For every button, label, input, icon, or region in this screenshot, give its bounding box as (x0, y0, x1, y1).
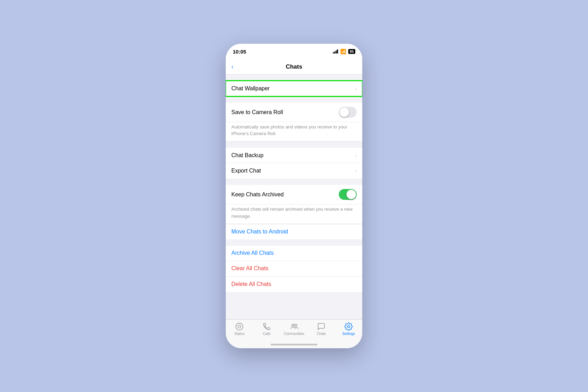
camera-roll-description: Automatically save photos and videos you… (231, 124, 347, 136)
toggle-knob-archived (346, 190, 356, 199)
section-spacer-3 (226, 141, 362, 148)
section-spacer-5 (226, 239, 362, 246)
svg-point-2 (292, 324, 294, 326)
signal-icon (333, 49, 338, 54)
camera-roll-toggle[interactable] (339, 107, 357, 118)
archive-all-chats-item[interactable]: Archive All Chats (226, 246, 362, 261)
svg-point-0 (236, 323, 243, 330)
tab-settings-label: Settings (342, 332, 355, 336)
chats-icon (317, 322, 326, 331)
status-icons: 📶 95 (333, 49, 355, 54)
home-indicator (271, 344, 317, 345)
battery-indicator: 95 (348, 49, 355, 54)
chevron-right-icon-backup: › (355, 153, 357, 158)
tab-calls-label: Calls (263, 332, 271, 336)
keep-archived-section: Keep Chats Archived Archived chats will … (226, 185, 362, 239)
tab-status[interactable]: Status (226, 322, 253, 336)
chat-wallpaper-item[interactable]: Chat Wallpaper › (226, 81, 362, 96)
camera-roll-section: Save to Camera Roll Automatically save p… (226, 103, 362, 141)
chat-backup-label: Chat Backup (231, 152, 264, 159)
move-to-android-label: Move Chats to Android (231, 229, 288, 235)
tab-chats[interactable]: Chats (308, 322, 335, 336)
clear-all-chats-item[interactable]: Clear All Chats (226, 261, 362, 276)
communities-icon (290, 322, 298, 331)
export-chat-item[interactable]: Export Chat › (226, 163, 362, 178)
keep-archived-description-row: Archived chats will remain archived when… (226, 204, 362, 224)
tab-communities[interactable]: Communities (280, 322, 308, 336)
tab-calls[interactable]: Calls (253, 322, 280, 336)
section-spacer-2 (226, 96, 362, 103)
chat-backup-item[interactable]: Chat Backup › (226, 148, 362, 163)
camera-roll-label: Save to Camera Roll (231, 109, 283, 115)
keep-archived-toggle[interactable] (339, 189, 357, 200)
toggle-knob (340, 107, 349, 117)
svg-point-3 (295, 324, 297, 326)
delete-all-chats-item[interactable]: Delete All Chats (226, 276, 362, 292)
backup-export-section: Chat Backup › Export Chat › (226, 148, 362, 178)
settings-content: Chat Wallpaper › Save to Camera Roll Aut… (226, 75, 362, 319)
page-title: Chats (286, 63, 302, 70)
settings-icon (344, 322, 353, 331)
svg-point-4 (348, 326, 350, 328)
status-bar: 10:05 📶 95 (226, 44, 362, 59)
camera-roll-item: Save to Camera Roll (226, 103, 362, 122)
back-button[interactable]: ‹ (231, 63, 233, 70)
tab-settings[interactable]: Settings (335, 322, 362, 336)
section-spacer-1 (226, 75, 362, 81)
clear-all-chats-label: Clear All Chats (231, 265, 268, 272)
nav-bar: ‹ Chats (226, 59, 362, 75)
chat-wallpaper-label: Chat Wallpaper (231, 85, 270, 92)
section-spacer-4 (226, 178, 362, 185)
calls-icon (262, 322, 271, 331)
chevron-right-icon: › (355, 86, 357, 91)
export-chat-label: Export Chat (231, 168, 261, 174)
move-to-android-item[interactable]: Move Chats to Android (226, 224, 362, 239)
keep-archived-item: Keep Chats Archived (226, 185, 362, 204)
tab-communities-label: Communities (284, 332, 304, 336)
chevron-right-icon-export: › (355, 168, 357, 174)
wifi-icon: 📶 (340, 49, 346, 54)
tab-status-label: Status (234, 332, 244, 336)
status-icon (235, 322, 244, 331)
bottom-spacer (226, 292, 362, 302)
wallpaper-section: Chat Wallpaper › (226, 81, 362, 96)
camera-roll-description-row: Automatically save photos and videos you… (226, 122, 362, 141)
archive-all-chats-label: Archive All Chats (231, 250, 274, 256)
keep-archived-description: Archived chats will remain archived when… (231, 206, 352, 218)
status-time: 10:05 (233, 49, 246, 55)
danger-zone-section: Archive All Chats Clear All Chats Delete… (226, 246, 362, 292)
delete-all-chats-label: Delete All Chats (231, 281, 271, 287)
back-chevron-icon: ‹ (231, 63, 233, 70)
svg-point-1 (238, 325, 241, 328)
keep-archived-label: Keep Chats Archived (231, 191, 284, 198)
tab-chats-label: Chats (317, 332, 326, 336)
phone-frame: 10:05 📶 95 ‹ Chats Chat Wallp (226, 44, 362, 348)
